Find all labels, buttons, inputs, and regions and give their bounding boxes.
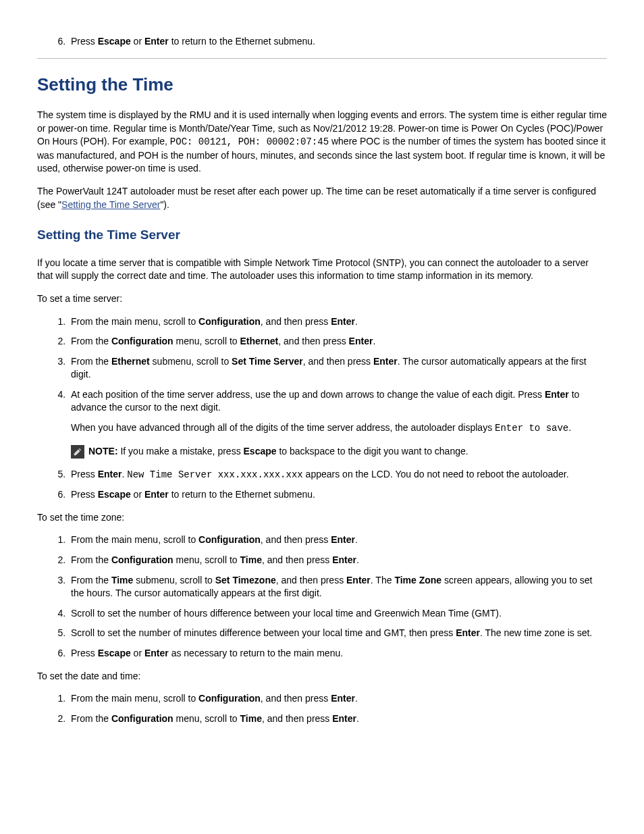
pencil-note-icon [71, 445, 84, 459]
server-step-2: From the Configuration menu, scroll to E… [68, 335, 607, 348]
para-reset-info: The PowerVault 124T autoloader must be r… [37, 185, 607, 211]
link-setting-time-server[interactable]: Setting the Time Server [61, 199, 160, 210]
para-to-set-datetime: To set the date and time: [37, 670, 607, 683]
note-block: NOTE: If you make a mistake, press Escap… [71, 445, 607, 459]
server-step-4: At each position of the time server addr… [68, 388, 607, 459]
para-system-time: The system time is displayed by the RMU … [37, 109, 607, 176]
timezone-steps: From the main menu, scroll to Configurat… [37, 533, 607, 660]
server-step-4-sub: When you have advanced through all of th… [71, 421, 607, 436]
server-step-3: From the Ethernet submenu, scroll to Set… [68, 355, 607, 382]
prev-step-6: Press Escape or Enter to return to the E… [68, 35, 607, 49]
para-to-set-server: To set a time server: [37, 292, 607, 306]
server-step-5: Press Enter. New Time Server xxx.xxx.xxx… [68, 468, 607, 482]
dt-step-1: From the main menu, scroll to Configurat… [68, 692, 607, 706]
para-sntp: If you locate a time server that is comp… [37, 257, 607, 283]
note-text: NOTE: If you make a mistake, press Escap… [88, 445, 468, 459]
prev-list-tail: Press Escape or Enter to return to the E… [37, 35, 607, 49]
heading-setting-the-time: Setting the Time [37, 72, 607, 97]
time-server-steps: From the main menu, scroll to Configurat… [37, 315, 607, 502]
tz-step-6: Press Escape or Enter as necessary to re… [68, 647, 607, 660]
tz-step-3: From the Time submenu, scroll to Set Tim… [68, 574, 607, 600]
tz-step-1: From the main menu, scroll to Configurat… [68, 533, 607, 547]
dt-step-2: From the Configuration menu, scroll to T… [68, 712, 607, 726]
server-step-1: From the main menu, scroll to Configurat… [68, 315, 607, 329]
tz-step-2: From the Configuration menu, scroll to T… [68, 554, 607, 567]
section-divider [37, 58, 607, 59]
tz-step-5: Scroll to set the number of minutes diff… [68, 627, 607, 640]
para-to-set-tz: To set the time zone: [37, 511, 607, 525]
heading-setting-time-server: Setting the Time Server [37, 226, 607, 244]
datetime-steps: From the main menu, scroll to Configurat… [37, 692, 607, 725]
server-step-6: Press Escape or Enter to return to the E… [68, 488, 607, 502]
tz-step-4: Scroll to set the number of hours differ… [68, 607, 607, 621]
